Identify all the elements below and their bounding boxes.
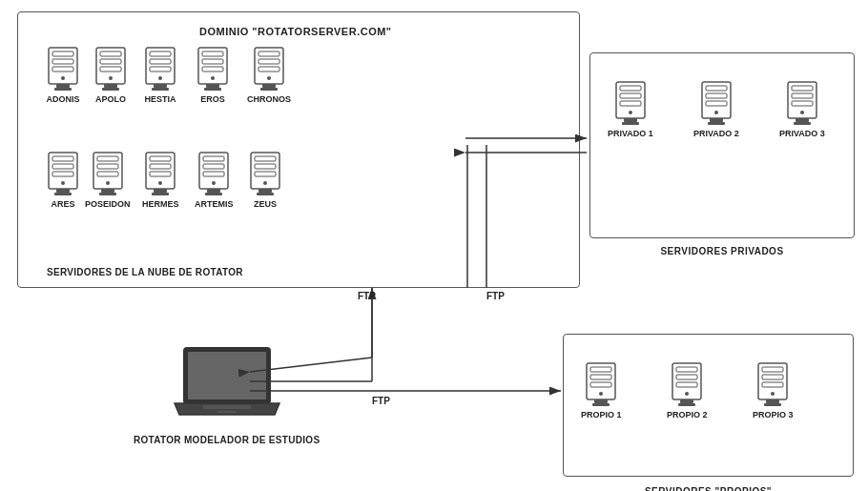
diagram: DOMINIO "ROTATORSERVER.COM" SERVIDORES D… <box>0 0 868 491</box>
svg-rect-10 <box>100 67 121 72</box>
server-privado3-icon <box>784 80 820 126</box>
server-adonis-icon <box>45 46 81 92</box>
svg-rect-90 <box>794 122 811 125</box>
svg-rect-51 <box>150 164 171 169</box>
server-hermes-icon <box>142 151 178 196</box>
svg-rect-61 <box>207 189 220 193</box>
server-propio3-label: PROPIO 3 <box>753 410 794 419</box>
svg-rect-13 <box>102 88 119 91</box>
server-adonis: ADONIS <box>45 46 81 104</box>
svg-point-109 <box>771 392 775 396</box>
svg-rect-54 <box>154 189 167 193</box>
svg-rect-87 <box>792 101 813 106</box>
svg-rect-33 <box>262 84 276 88</box>
ftp-label-1: FTP <box>358 291 376 301</box>
svg-rect-96 <box>594 399 608 403</box>
svg-rect-71 <box>620 86 641 91</box>
svg-rect-94 <box>590 382 611 387</box>
own-box: PROPIO 1 PROPIO 2 <box>563 334 854 477</box>
svg-rect-66 <box>255 172 276 176</box>
server-apolo: APOLO <box>93 46 129 104</box>
svg-rect-23 <box>202 59 223 64</box>
server-eros: EROS <box>195 46 231 104</box>
svg-rect-83 <box>708 122 725 125</box>
svg-rect-75 <box>624 118 637 122</box>
svg-point-74 <box>629 111 632 114</box>
svg-rect-115 <box>217 411 237 413</box>
svg-rect-36 <box>52 156 73 161</box>
svg-rect-41 <box>54 193 72 195</box>
svg-rect-68 <box>258 189 272 193</box>
svg-rect-73 <box>620 101 641 106</box>
svg-rect-44 <box>97 164 118 169</box>
svg-rect-8 <box>100 51 121 56</box>
svg-rect-99 <box>676 367 697 372</box>
cloud-servers-label: SERVIDORES DE LA NUBE DE ROTATOR <box>47 267 243 277</box>
laptop-icon <box>170 343 284 429</box>
server-adonis-label: ADONIS <box>46 94 79 104</box>
svg-point-25 <box>211 76 215 80</box>
svg-rect-111 <box>764 403 781 406</box>
server-propio3: PROPIO 3 <box>753 361 794 419</box>
svg-rect-29 <box>258 51 279 56</box>
svg-rect-16 <box>150 59 171 64</box>
own-servers-label1: SERVIDORES "PROPIOS" <box>645 486 772 491</box>
svg-rect-103 <box>680 399 693 403</box>
svg-rect-30 <box>258 59 279 64</box>
server-chronos-label: CHRONOS <box>247 94 291 104</box>
svg-rect-19 <box>154 84 167 88</box>
server-chronos: CHRONOS <box>247 46 291 104</box>
server-hestia-icon <box>142 46 178 92</box>
svg-rect-5 <box>56 84 70 88</box>
svg-rect-69 <box>257 193 274 195</box>
svg-rect-86 <box>792 93 813 98</box>
svg-rect-62 <box>205 193 222 195</box>
svg-rect-15 <box>150 51 171 56</box>
svg-rect-72 <box>620 93 641 98</box>
private-box: PRIVADO 1 PRIVADO 2 <box>589 52 855 238</box>
server-zeus: ZEUS <box>247 151 283 209</box>
server-ares-label: ARES <box>51 199 74 209</box>
server-privado1-label: PRIVADO 1 <box>608 129 653 138</box>
svg-point-11 <box>109 76 113 80</box>
server-hestia: HESTIA <box>142 46 178 104</box>
svg-point-4 <box>61 76 65 80</box>
svg-rect-17 <box>150 67 171 72</box>
svg-rect-82 <box>710 118 723 122</box>
server-hermes: HERMES <box>142 151 179 209</box>
svg-rect-22 <box>202 51 223 56</box>
svg-rect-89 <box>796 118 809 122</box>
server-privado3-label: PRIVADO 3 <box>779 129 825 138</box>
ftp-label-2: FTP <box>486 291 505 301</box>
svg-point-67 <box>263 181 267 185</box>
svg-rect-43 <box>97 156 118 161</box>
svg-rect-107 <box>762 375 783 379</box>
server-propio1: PROPIO 1 <box>581 361 622 419</box>
svg-rect-38 <box>52 172 73 176</box>
server-privado3: PRIVADO 3 <box>779 80 825 138</box>
server-artemis: ARTEMIS <box>195 151 234 209</box>
svg-point-95 <box>599 392 603 396</box>
svg-rect-110 <box>766 399 779 403</box>
server-propio2: PROPIO 2 <box>667 361 708 419</box>
svg-rect-50 <box>150 156 171 161</box>
server-hestia-label: HESTIA <box>144 94 176 104</box>
server-artemis-icon <box>196 151 232 196</box>
svg-rect-113 <box>188 352 266 399</box>
svg-rect-64 <box>255 156 276 161</box>
svg-rect-76 <box>622 122 639 125</box>
server-propio3-icon <box>754 361 791 407</box>
laptop-wrap: ROTATOR MODELADOR DE ESTUDIOS <box>134 343 320 445</box>
svg-rect-31 <box>258 67 279 72</box>
server-poseidon: POSEIDON <box>85 151 131 209</box>
svg-rect-52 <box>150 172 171 176</box>
svg-rect-85 <box>792 86 813 91</box>
svg-point-102 <box>685 392 689 396</box>
svg-rect-104 <box>678 403 695 406</box>
server-hermes-label: HERMES <box>142 199 179 209</box>
server-ares: ARES <box>45 151 81 209</box>
svg-rect-26 <box>206 84 219 88</box>
server-propio1-icon <box>583 361 619 407</box>
server-artemis-label: ARTEMIS <box>195 199 234 209</box>
svg-rect-47 <box>101 189 114 193</box>
